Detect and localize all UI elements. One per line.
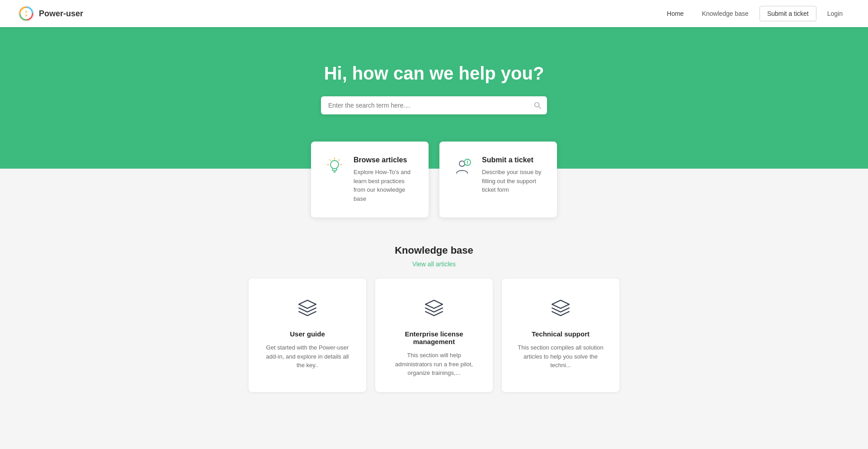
layers-icon-3 [548,297,573,321]
logo-area: Power-user [18,5,83,22]
svg-point-0 [19,6,34,21]
kb-card-user-guide-title: User guide [261,330,354,338]
svg-line-4 [539,107,541,109]
browse-articles-title: Browse articles [354,156,416,164]
svg-marker-1 [25,10,28,13]
svg-line-10 [330,160,330,161]
search-button[interactable] [533,101,542,109]
enterprise-icon [388,297,480,321]
svg-marker-2 [25,14,28,17]
submit-ticket-desc: Describe your issue by filling out the s… [482,168,544,194]
view-all-articles-link[interactable]: View all articles [412,260,456,268]
kb-heading: Knowledge base [18,245,850,256]
nav-login[interactable]: Login [820,6,850,21]
svg-marker-17 [299,300,316,308]
svg-marker-18 [425,300,443,308]
kb-card-enterprise-title: Enterprise license management [388,330,480,345]
kb-card-enterprise-desc: This section will help administrators ru… [388,351,480,378]
svg-point-3 [535,103,539,107]
svg-point-5 [330,161,339,169]
user-guide-icon [261,297,354,321]
logo-icon [18,5,34,22]
layers-icon-2 [422,297,446,321]
submit-ticket-content: Submit a ticket Describe your issue by f… [482,156,544,194]
technical-icon [514,297,607,321]
submit-ticket-title: Submit a ticket [482,156,544,164]
hero-heading: Hi, how can we help you? [9,63,859,84]
nav-links: Home Knowledge base Submit a ticket Logi… [660,6,850,21]
person-alert-icon [452,156,474,178]
svg-line-9 [339,160,340,161]
lightbulb-icon [324,156,345,178]
knowledge-base-section: Knowledge base View all articles User gu… [0,236,868,419]
kb-card-user-guide-desc: Get started with the Power-user add-in, … [261,343,354,370]
kb-card-technical-title: Technical support [514,330,607,338]
browse-articles-content: Browse articles Explore How-To's and lea… [354,156,416,203]
browse-articles-card[interactable]: Browse articles Explore How-To's and lea… [311,142,429,217]
kb-card-technical-desc: This section compiles all solution artic… [514,343,607,370]
search-bar [321,96,547,114]
ticket-icon-area [452,156,474,178]
kb-card-technical[interactable]: Technical support This section compiles … [502,279,619,392]
submit-ticket-card[interactable]: Submit a ticket Describe your issue by f… [439,142,557,217]
nav-submit-ticket[interactable]: Submit a ticket [760,6,816,21]
kb-card-enterprise[interactable]: Enterprise license management This secti… [375,279,493,392]
brand-name: Power-user [39,9,83,19]
nav-home[interactable]: Home [660,6,691,21]
browse-icon-area [324,156,345,178]
layers-icon-1 [295,297,320,321]
nav-knowledge-base[interactable]: Knowledge base [694,6,756,21]
svg-marker-19 [552,300,569,308]
navbar: Power-user Home Knowledge base Submit a … [0,0,868,27]
action-cards: Browse articles Explore How-To's and lea… [0,142,868,236]
search-input[interactable] [326,98,533,113]
search-icon [533,101,542,109]
kb-categories: User guide Get started with the Power-us… [18,279,850,392]
browse-articles-desc: Explore How-To's and learn best practice… [354,168,416,203]
kb-card-user-guide[interactable]: User guide Get started with the Power-us… [249,279,366,392]
svg-point-16 [467,164,468,165]
